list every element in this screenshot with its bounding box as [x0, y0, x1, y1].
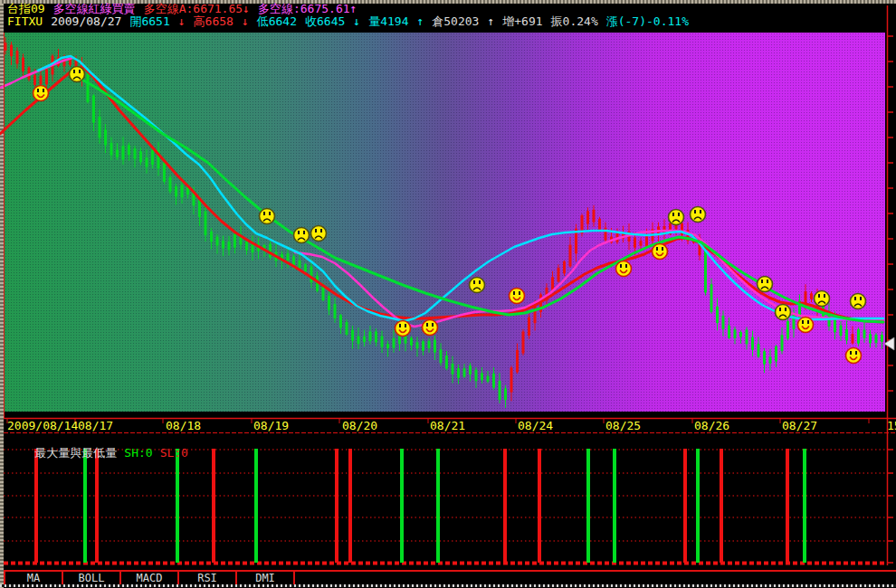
quote-field: ↑ — [487, 14, 494, 28]
volume-panel-header: 最大量與最低量SH:0SL:0 — [6, 435, 195, 448]
sell-signal-frown-icon — [815, 291, 830, 307]
volume-extreme-bar — [254, 449, 258, 563]
quote-field: 低6642 — [257, 14, 297, 28]
sell-signal-frown-icon — [758, 277, 773, 292]
x-axis-label: 08/25 — [605, 420, 641, 432]
price-cursor-arrow-icon — [884, 337, 894, 350]
x-axis-label: 08/26 — [694, 420, 729, 432]
quote-field: 2009/08/27 — [51, 14, 121, 28]
buy-signal-smiley-icon — [423, 320, 438, 336]
sell-signal-frown-icon — [260, 209, 275, 224]
buy-signal-smiley-icon — [510, 289, 525, 304]
quote-header-ohlc-row: FITXU2009/08/27開6651↓高6658↓低6642收6645↓量4… — [7, 15, 697, 27]
volume-extreme-bar — [696, 449, 700, 563]
quote-field: ↓ — [353, 14, 360, 28]
volume-extreme-bar — [436, 449, 440, 563]
quote-field: 開6651 — [129, 14, 169, 28]
quote-field: 多空線紅綠買賣 — [53, 2, 136, 15]
x-axis-label: 08/17 — [78, 420, 113, 432]
quote-field: FITXU — [7, 14, 43, 28]
volume-extreme-bar — [786, 449, 789, 563]
volume-sh-value: SH:0 — [124, 446, 152, 460]
sell-signal-frown-icon — [776, 305, 791, 320]
x-axis-label: 2009/08/14 — [7, 420, 78, 432]
quote-field: 振0.24% — [551, 14, 598, 28]
tab-rsi[interactable]: RSI — [179, 572, 237, 584]
quote-header-indicator-row: 台指09多空線紅綠買賣多空線A:6671.65↓多空線:6675.61↑ — [7, 3, 365, 14]
volume-extreme-bar — [720, 449, 723, 563]
quote-field: ↓ — [242, 14, 249, 28]
sell-signal-frown-icon — [294, 228, 310, 243]
volume-extreme-bar — [613, 449, 616, 563]
buy-signal-smiley-icon — [396, 321, 411, 337]
tab-ma[interactable]: MA — [4, 572, 63, 584]
date-axis: 2009/08/1408/1708/1808/1908/2008/2108/24… — [0, 420, 896, 432]
quote-field: 增+691 — [502, 14, 542, 28]
quote-field: 漲(-7)-0.11% — [606, 14, 689, 28]
tab-boll[interactable]: BOLL — [63, 572, 121, 584]
volume-extreme-bar — [400, 449, 404, 563]
sell-signal-frown-icon — [470, 278, 485, 293]
x-axis-label: 15 — [887, 420, 896, 432]
tab-macd[interactable]: MACD — [121, 572, 179, 584]
quote-field: 多空線:6675.61↑ — [258, 2, 357, 15]
trading-app-window: 台指09多空線紅綠買賣多空線A:6671.65↓多空線:6675.61↑ FIT… — [0, 0, 896, 588]
quote-field: 高6658 — [194, 14, 234, 28]
buy-signal-smiley-icon — [798, 318, 814, 333]
volume-sl-value: SL:0 — [160, 446, 188, 460]
x-axis-label: 08/27 — [782, 420, 817, 432]
quote-field: 倉50203 — [432, 14, 479, 28]
quote-field: ↓ — [178, 14, 186, 28]
x-axis-label: 08/21 — [430, 420, 465, 432]
volume-extreme-bar — [538, 449, 541, 563]
quote-field: ↑ — [416, 14, 424, 28]
buy-signal-smiley-icon — [33, 86, 49, 101]
sell-signal-frown-icon — [311, 226, 327, 242]
sell-signal-frown-icon — [70, 67, 85, 82]
quote-field: 台指09 — [7, 2, 45, 15]
volume-extreme-bar — [503, 449, 507, 563]
buy-signal-smiley-icon — [653, 244, 668, 260]
volume-extreme-bar — [348, 449, 352, 563]
buy-signal-smiley-icon — [846, 348, 862, 364]
quote-field: 量4194 — [368, 14, 408, 28]
quote-field: 多空線A:6671.65↓ — [144, 2, 250, 15]
volume-extreme-bar — [176, 449, 179, 563]
volume-extreme-bar — [803, 449, 806, 563]
sell-signal-frown-icon — [851, 294, 866, 309]
price-chart[interactable] — [0, 0, 896, 588]
quote-field: 收6645 — [305, 14, 345, 28]
sell-signal-frown-icon — [691, 207, 706, 223]
volume-extreme-bar — [95, 449, 99, 563]
indicator-tab-bar: MABOLLMACDRSIDMI — [4, 570, 896, 586]
buy-signal-smiley-icon — [616, 261, 632, 277]
volume-extreme-bar — [586, 449, 590, 563]
volume-extreme-bar — [83, 449, 87, 563]
volume-extreme-bar — [212, 449, 215, 563]
x-axis-label: 08/19 — [253, 420, 289, 432]
volume-extreme-bar — [683, 449, 687, 563]
volume-panel-title: 最大量與最低量 — [34, 446, 117, 460]
x-axis-label: 08/18 — [166, 420, 201, 432]
x-axis-label: 08/24 — [518, 420, 553, 432]
sell-signal-frown-icon — [669, 210, 684, 225]
x-axis-label: 08/20 — [342, 420, 377, 432]
volume-extreme-bar — [335, 449, 338, 563]
tab-dmi[interactable]: DMI — [237, 572, 295, 584]
volume-extreme-bar — [34, 449, 38, 563]
